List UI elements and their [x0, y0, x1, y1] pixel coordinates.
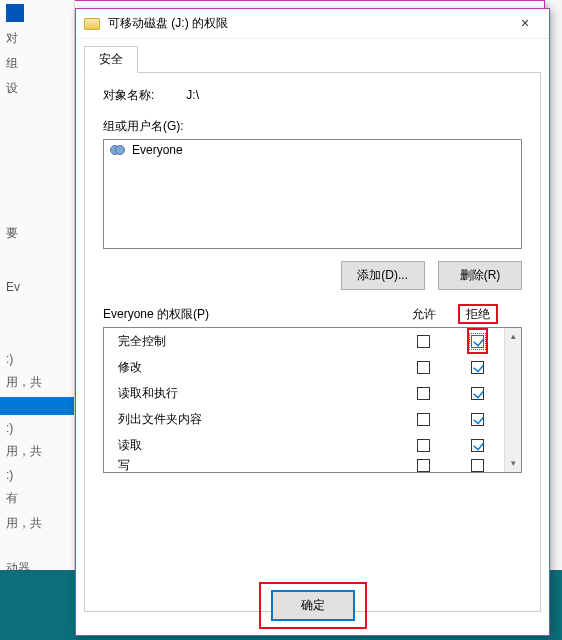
permission-row: 完全控制	[104, 328, 504, 354]
group-item-everyone[interactable]: Everyone	[106, 142, 519, 158]
background-left-panel: 对 组 设 要 Ev :) 用，共 :) 用，共 :) 有 用，共 动器	[0, 0, 75, 640]
permission-row: 列出文件夹内容	[104, 406, 504, 432]
deny-checkbox[interactable]	[471, 413, 484, 426]
remove-button[interactable]: 删除(R)	[438, 261, 522, 290]
permission-name: 读取和执行	[118, 385, 396, 402]
scroll-down-icon[interactable]: ▾	[505, 455, 521, 472]
allow-checkbox[interactable]	[417, 439, 430, 452]
allow-checkbox[interactable]	[417, 335, 430, 348]
allow-checkbox[interactable]	[417, 361, 430, 374]
add-button[interactable]: 添加(D)...	[341, 261, 425, 290]
groups-label: 组或用户名(G):	[103, 118, 522, 135]
dialog-title: 可移动磁盘 (J:) 的权限	[108, 15, 509, 32]
folder-icon	[84, 18, 100, 30]
permissions-scrollbar[interactable]: ▴ ▾	[504, 328, 521, 472]
titlebar: 可移动磁盘 (J:) 的权限 ×	[76, 9, 549, 39]
deny-column-header: 拒绝	[451, 306, 505, 323]
permission-name: 写	[118, 457, 396, 474]
scroll-up-icon[interactable]: ▴	[505, 328, 521, 345]
groups-listbox[interactable]: Everyone	[103, 139, 522, 249]
permissions-dialog: 可移动磁盘 (J:) 的权限 × 安全 对象名称: J:\ 组或用户名(G): …	[75, 8, 550, 636]
ok-button[interactable]: 确定	[271, 590, 355, 621]
deny-checkbox[interactable]	[471, 335, 484, 348]
permission-name: 列出文件夹内容	[118, 411, 396, 428]
group-icon	[110, 143, 126, 157]
deny-checkbox-highlight	[467, 328, 488, 354]
deny-checkbox[interactable]	[471, 387, 484, 400]
allow-checkbox[interactable]	[417, 459, 430, 472]
permission-name: 完全控制	[118, 333, 396, 350]
allow-checkbox[interactable]	[417, 413, 430, 426]
tab-security[interactable]: 安全	[84, 46, 138, 73]
close-button[interactable]: ×	[509, 13, 541, 35]
object-name-label: 对象名称:	[103, 87, 183, 104]
permission-row: 读取和执行	[104, 380, 504, 406]
ok-button-highlight: 确定	[259, 582, 367, 629]
permissions-list: 完全控制修改读取和执行列出文件夹内容读取写 ▴ ▾	[103, 327, 522, 473]
deny-checkbox[interactable]	[471, 361, 484, 374]
permission-row: 读取	[104, 432, 504, 458]
deny-checkbox[interactable]	[471, 439, 484, 452]
permission-row: 写	[104, 458, 504, 472]
deny-checkbox[interactable]	[471, 459, 484, 472]
allow-checkbox[interactable]	[417, 387, 430, 400]
permission-row: 修改	[104, 354, 504, 380]
permissions-header-label: Everyone 的权限(P)	[103, 306, 397, 323]
object-name-value: J:\	[186, 88, 199, 102]
group-item-label: Everyone	[132, 143, 183, 157]
allow-column-header: 允许	[397, 306, 451, 323]
permission-name: 修改	[118, 359, 396, 376]
permission-name: 读取	[118, 437, 396, 454]
tab-body: 对象名称: J:\ 组或用户名(G): Everyone 添加(D)... 删除…	[84, 72, 541, 612]
